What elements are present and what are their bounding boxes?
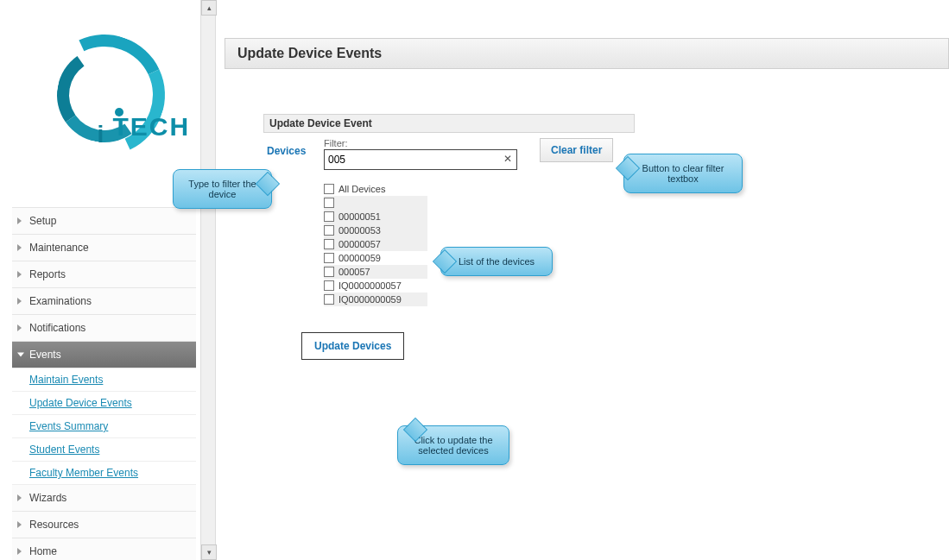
callout-text: List of the devices	[459, 256, 535, 267]
device-row[interactable]	[324, 196, 427, 210]
checkbox[interactable]	[324, 253, 334, 263]
devices-label: Devices	[267, 138, 315, 157]
sidebar-scrollbar[interactable]: ▴ ▾	[200, 0, 216, 560]
checkbox[interactable]	[324, 211, 334, 222]
callout-text: Button to clear filter textbox	[642, 163, 724, 184]
sidebar-sub-maintain-events[interactable]: Maintain Events	[12, 368, 196, 392]
sidebar-item-label: Home	[29, 545, 57, 557]
checkbox[interactable]	[324, 225, 334, 236]
device-row[interactable]: 00000057	[324, 237, 427, 251]
sidebar-item-label: Notifications	[29, 322, 85, 334]
device-label: 00000059	[338, 253, 381, 263]
sidebar-sub-events-summary[interactable]: Events Summary	[12, 415, 196, 438]
checkbox[interactable]	[324, 280, 334, 291]
sidebar-sub-student-events[interactable]: Student Events	[12, 438, 196, 462]
device-label: IQ0000000059	[338, 294, 402, 305]
page-title: Update Device Events	[225, 38, 949, 69]
sidebar-item-reports[interactable]: Reports	[12, 261, 196, 288]
sidebar-sub-update-device-events[interactable]: Update Device Events	[12, 392, 196, 415]
sidebar-item-label: Resources	[29, 519, 79, 531]
device-row[interactable]: 00000053	[324, 223, 427, 237]
scroll-up-icon[interactable]: ▴	[201, 0, 217, 16]
sidebar-item-maintenance[interactable]: Maintenance	[12, 235, 196, 261]
device-label: 00000053	[338, 225, 381, 236]
device-label: 00000051	[338, 211, 381, 222]
sidebar-item-label: Examinations	[29, 295, 92, 307]
filter-box: ✕	[324, 149, 517, 170]
clear-input-icon[interactable]: ✕	[502, 153, 514, 165]
chevron-right-icon	[17, 324, 22, 331]
update-devices-button[interactable]: Update Devices	[301, 332, 404, 360]
sidebar-item-label: Reports	[29, 268, 66, 280]
chevron-down-icon	[17, 353, 24, 357]
sidebar-item-wizards[interactable]: Wizards	[12, 485, 196, 512]
sidebar-item-label: Events	[29, 349, 61, 361]
sidebar-nav: Setup Maintenance Reports Examinations N…	[12, 207, 196, 560]
callout-update-help: Click to update the selected devices	[397, 425, 509, 465]
device-label: 000057	[338, 267, 370, 277]
checkbox[interactable]	[324, 239, 334, 249]
device-row[interactable]: IQ0000000059	[324, 293, 427, 306]
all-devices-label: All Devices	[338, 184, 385, 194]
chevron-right-icon	[17, 217, 22, 224]
sidebar-item-label: Maintenance	[29, 242, 89, 254]
callout-clear-help: Button to clear filter textbox	[623, 154, 743, 193]
device-list: All Devices 00000051 00000053 00000057	[324, 182, 631, 306]
logo-arrows-icon: i TECH	[44, 35, 165, 155]
filter-label: Filter:	[324, 138, 517, 148]
sidebar-item-label: Wizards	[29, 492, 66, 504]
checkbox[interactable]	[324, 198, 334, 208]
device-row[interactable]: 00000059	[324, 251, 427, 265]
clear-filter-button[interactable]: Clear filter	[540, 138, 613, 162]
checkbox[interactable]	[324, 294, 334, 305]
update-device-event-panel: Update Device Event Devices Filter: ✕ Cl…	[263, 114, 635, 365]
checkbox[interactable]	[324, 267, 334, 277]
device-row[interactable]: 000057	[324, 265, 427, 279]
device-label: 00000057	[338, 239, 381, 249]
callout-filter-help: Type to filter the device	[173, 169, 272, 209]
device-row[interactable]: 00000051	[324, 210, 427, 223]
chevron-right-icon	[17, 548, 22, 555]
sidebar-item-resources[interactable]: Resources	[12, 512, 196, 538]
checkbox[interactable]	[324, 184, 334, 194]
chevron-right-icon	[17, 298, 22, 305]
main-content: Update Device Events Update Device Event…	[225, 38, 949, 365]
sidebar-item-notifications[interactable]: Notifications	[12, 315, 196, 342]
sidebar-item-setup[interactable]: Setup	[12, 208, 196, 235]
sidebar-sub-faculty-member-events[interactable]: Faculty Member Events	[12, 462, 196, 485]
scroll-down-icon[interactable]: ▾	[201, 544, 217, 560]
all-devices-row[interactable]: All Devices	[324, 182, 427, 196]
logo: i TECH	[12, 0, 196, 190]
chevron-right-icon	[17, 271, 22, 278]
logo-letter-i: i	[98, 121, 104, 148]
chevron-right-icon	[17, 494, 22, 501]
sidebar-item-label: Setup	[29, 215, 56, 227]
sidebar-item-home[interactable]: Home	[12, 538, 196, 560]
logo-text: TECH	[113, 112, 191, 142]
callout-text: Click to update the selected devices	[414, 435, 492, 456]
callout-list-help: List of the devices	[440, 247, 553, 276]
panel-title: Update Device Event	[263, 114, 635, 133]
left-column: i TECH Setup Maintenance Reports Examina…	[12, 0, 196, 560]
chevron-right-icon	[17, 521, 22, 528]
devices-field-row: Devices Filter: ✕ Clear filter	[267, 138, 631, 170]
sidebar-item-examinations[interactable]: Examinations	[12, 288, 196, 315]
filter-input[interactable]	[324, 149, 517, 170]
chevron-right-icon	[17, 244, 22, 251]
device-label: IQ0000000057	[338, 280, 402, 291]
sidebar-item-events[interactable]: Events	[12, 342, 196, 368]
callout-text: Type to filter the device	[188, 179, 256, 199]
device-row[interactable]: IQ0000000057	[324, 279, 427, 293]
